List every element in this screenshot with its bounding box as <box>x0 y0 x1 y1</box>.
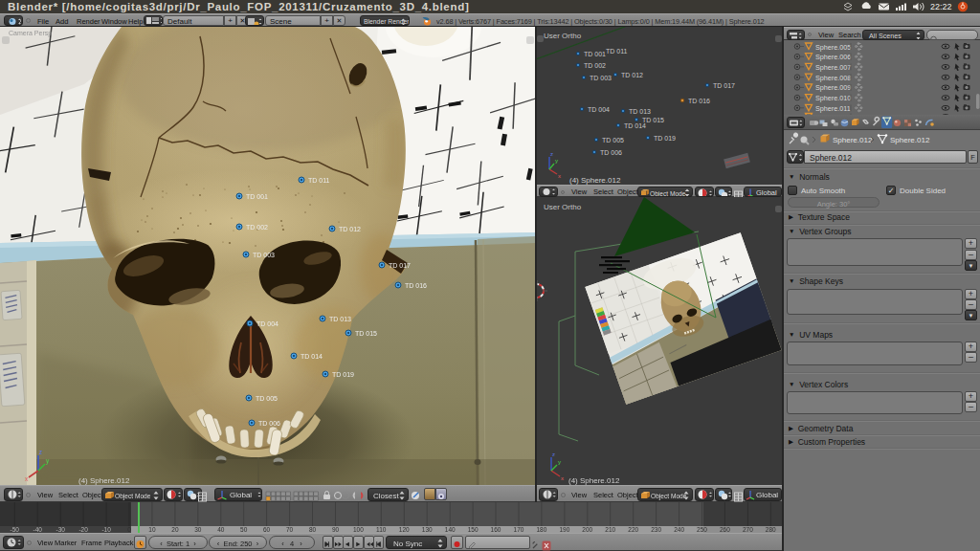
svg-text:TD 001: TD 001 <box>246 193 268 200</box>
svg-text:TD 004: TD 004 <box>256 320 278 327</box>
svg-text:-30: -30 <box>56 526 65 533</box>
svg-text:TD 014: TD 014 <box>301 353 323 360</box>
svg-text:TD 006: TD 006 <box>258 420 280 427</box>
svg-text:User Ortho: User Ortho <box>544 32 582 40</box>
svg-text:TD 012: TD 012 <box>621 72 643 78</box>
svg-text:z: z <box>552 452 555 457</box>
svg-text:240: 240 <box>674 526 684 533</box>
svg-text:TD 006: TD 006 <box>600 149 622 156</box>
svg-text:200: 200 <box>582 526 592 533</box>
svg-text:TD 014: TD 014 <box>624 122 646 129</box>
svg-text:(4) Sphere.012: (4) Sphere.012 <box>78 476 130 485</box>
svg-text:Sphere.010: Sphere.010 <box>815 94 851 102</box>
svg-text:Sphere.012: Sphere.012 <box>890 136 930 144</box>
svg-text:100: 100 <box>353 526 364 533</box>
svg-text:20: 20 <box>171 526 179 533</box>
svg-text:User Ortho: User Ortho <box>544 203 582 211</box>
svg-text:180: 180 <box>536 526 546 533</box>
svg-text:TD 003: TD 003 <box>590 75 612 81</box>
svg-text:y: y <box>558 459 561 465</box>
svg-text:TD 016: TD 016 <box>405 282 427 289</box>
svg-text:70: 70 <box>286 526 294 533</box>
svg-text:110: 110 <box>376 526 387 533</box>
svg-text:Global: Global <box>230 491 252 499</box>
svg-text:40: 40 <box>217 526 225 533</box>
svg-text:TD 002: TD 002 <box>246 224 268 231</box>
svg-text:(4) Sphere.012: (4) Sphere.012 <box>568 476 620 485</box>
svg-text:190: 190 <box>559 526 569 533</box>
svg-text:140: 140 <box>445 526 456 533</box>
svg-text:90: 90 <box>332 526 340 533</box>
svg-text:TD 011: TD 011 <box>308 177 330 184</box>
svg-text:TD 003: TD 003 <box>253 252 275 258</box>
svg-text:250: 250 <box>697 526 707 533</box>
svg-text:30: 30 <box>194 526 202 533</box>
svg-text:230: 230 <box>651 526 661 533</box>
svg-text:TD 004: TD 004 <box>588 106 610 113</box>
svg-text:TD 012: TD 012 <box>339 226 361 232</box>
svg-text:170: 170 <box>514 526 524 533</box>
svg-text:z: z <box>550 151 553 157</box>
svg-text:TD 011: TD 011 <box>606 48 628 55</box>
svg-text:Sphere.011: Sphere.011 <box>815 104 851 113</box>
svg-text:Sphere.009: Sphere.009 <box>815 83 851 92</box>
svg-text:-10: -10 <box>101 526 111 533</box>
svg-text:10: 10 <box>148 526 156 533</box>
svg-text:z: z <box>39 449 42 455</box>
svg-text:260: 260 <box>720 526 730 533</box>
svg-text:TD 019: TD 019 <box>332 371 354 378</box>
svg-text:TD 001: TD 001 <box>584 51 606 57</box>
svg-text:TD 013: TD 013 <box>629 108 651 115</box>
svg-text:Sphere.006: Sphere.006 <box>815 53 851 61</box>
svg-text:270: 270 <box>743 526 753 533</box>
svg-text:TD 013: TD 013 <box>329 316 351 322</box>
svg-text:TD 019: TD 019 <box>654 135 676 142</box>
svg-text:Sphere.008: Sphere.008 <box>815 74 851 82</box>
svg-text:TD 005: TD 005 <box>256 395 278 402</box>
svg-text:130: 130 <box>422 526 433 533</box>
svg-text:Global: Global <box>756 188 777 197</box>
svg-text:(4) Sphere.012: (4) Sphere.012 <box>569 176 621 185</box>
svg-text:160: 160 <box>491 526 501 533</box>
svg-text:x: x <box>561 475 564 481</box>
svg-text:TD 005: TD 005 <box>602 137 624 143</box>
svg-text:Sphere.007: Sphere.007 <box>815 63 851 72</box>
svg-text:y: y <box>555 158 558 164</box>
svg-text:50: 50 <box>240 526 248 533</box>
svg-text:TD 002: TD 002 <box>584 62 606 69</box>
svg-text:-40: -40 <box>33 526 42 533</box>
svg-text:TD 017: TD 017 <box>713 82 735 89</box>
svg-text:Sphere.005: Sphere.005 <box>815 43 851 52</box>
svg-text:-50: -50 <box>11 526 20 533</box>
svg-text:80: 80 <box>309 526 317 533</box>
svg-text:60: 60 <box>263 526 271 533</box>
svg-text:x: x <box>558 173 561 179</box>
svg-text:0: 0 <box>127 526 131 533</box>
svg-text:220: 220 <box>628 526 638 533</box>
svg-text:Camera Persp: Camera Persp <box>9 30 52 37</box>
svg-text:TD 016: TD 016 <box>688 98 710 104</box>
svg-text:210: 210 <box>605 526 615 533</box>
svg-text:-20: -20 <box>78 526 88 533</box>
svg-text:TD 015: TD 015 <box>355 330 377 337</box>
svg-text:Global: Global <box>756 491 778 499</box>
svg-text:150: 150 <box>468 526 479 533</box>
svg-text:Sphere.012: Sphere.012 <box>833 136 873 144</box>
svg-text:280: 280 <box>766 526 776 533</box>
svg-text:TD 017: TD 017 <box>389 262 411 269</box>
svg-text:22:22: 22:22 <box>930 2 952 11</box>
svg-text:120: 120 <box>399 526 410 533</box>
